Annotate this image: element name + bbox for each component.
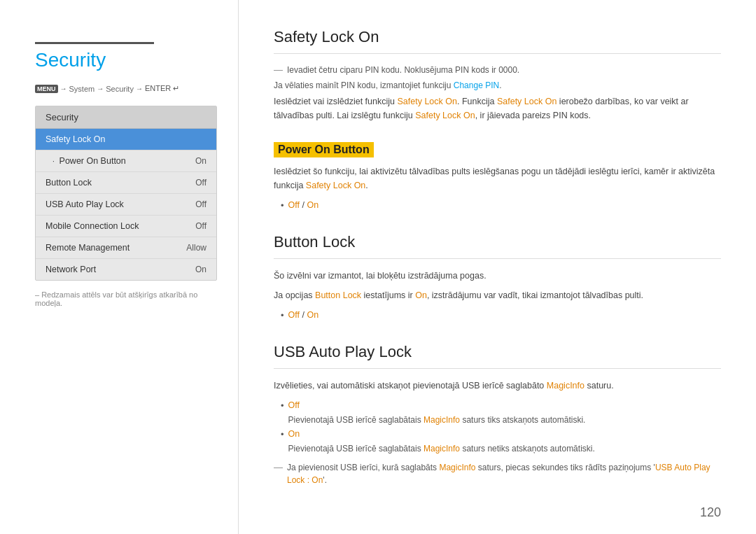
extra-note-dash: — xyxy=(274,462,283,472)
bullet-inner-0: Off / On xyxy=(288,308,319,322)
body-para-0-0: Ieslēdziet vai izslēdziet funkciju Safet… xyxy=(274,94,721,122)
bullet-item-0: OffPievienotajā USB ierīcē saglabātais M… xyxy=(281,398,721,427)
bullet-inner-0: OffPievienotajā USB ierīcē saglabātais M… xyxy=(288,398,586,427)
breadcrumb-arrow-3: → xyxy=(136,85,143,92)
bullet-list-usb-auto-play-lock: OffPievienotajā USB ierīcē saglabātais M… xyxy=(281,398,721,456)
nav-item-5[interactable]: Remote ManagementAllow xyxy=(36,237,216,259)
note-dash-0: — xyxy=(274,64,283,75)
breadcrumb: MENU → System → Security → ENTER ↵ xyxy=(35,84,217,93)
bullet-item-1: OnPievienotajā USB ierīcē saglabātais Ma… xyxy=(281,427,721,456)
bullet-item-0: Off / On xyxy=(281,308,721,323)
sub-dot: · xyxy=(52,157,57,165)
nav-item-2[interactable]: Button LockOff xyxy=(36,172,216,194)
nav-items-container: Safety Lock On· Power On ButtonOnButton … xyxy=(36,129,216,280)
nav-item-label-6: Network Port xyxy=(46,265,96,274)
nav-item-label-4: Mobile Connection Lock xyxy=(46,221,139,231)
bullet-sub-text-0: Pievienotajā USB ierīcē saglabātais Magi… xyxy=(288,414,586,427)
section-safety-lock-on: Safety Lock On—Ievadiet četru ciparu PIN… xyxy=(274,28,721,122)
breadcrumb-enter: ENTER ↵ xyxy=(145,84,179,93)
section-title-safety-lock-on: Safety Lock On xyxy=(274,28,721,46)
breadcrumb-security: Security xyxy=(106,85,134,93)
section-title-usb-auto-play-lock: USB Auto Play Lock xyxy=(274,343,721,361)
left-panel: Security MENU → System → Security → ENTE… xyxy=(0,0,238,534)
note-1: Ja vēlaties mainīt PIN kodu, izmantojiet… xyxy=(274,79,721,92)
nav-item-value-3: Off xyxy=(195,199,206,209)
section-title-power-on-button: Power On Button xyxy=(274,142,374,157)
divider-button-lock xyxy=(274,258,721,259)
section-button-lock: Button LockŠo izvēlni var izmantot, lai … xyxy=(274,233,721,323)
body-para-1-0: Ieslēdziet šo funkciju, lai aktivizētu t… xyxy=(274,164,721,192)
page-container: Security MENU → System → Security → ENTE… xyxy=(0,0,756,534)
nav-item-3[interactable]: USB Auto Play LockOff xyxy=(36,194,216,216)
divider-safety-lock-on xyxy=(274,53,721,54)
bullet-inner-1: OnPievienotajā USB ierīcē saglabātais Ma… xyxy=(288,427,595,456)
bullet-list-power-on-button: Off / On xyxy=(281,198,721,213)
nav-item-value-2: Off xyxy=(195,178,206,188)
nav-item-value-4: Off xyxy=(195,221,206,231)
nav-item-1[interactable]: · Power On ButtonOn xyxy=(36,150,216,172)
top-decorative-line xyxy=(35,42,154,44)
menu-icon: MENU xyxy=(35,85,58,93)
breadcrumb-arrow-2: → xyxy=(97,85,104,92)
body-para-2-1: Ja opcijas Button Lock iestatījums ir On… xyxy=(274,288,721,302)
nav-item-value-1: On xyxy=(195,156,206,166)
nav-item-label-1: · Power On Button xyxy=(52,156,126,166)
bullet-item-0: Off / On xyxy=(281,198,721,213)
divider-usb-auto-play-lock xyxy=(274,368,721,369)
section-usb-auto-play-lock: USB Auto Play LockIzvēlieties, vai autom… xyxy=(274,343,721,486)
note-text-0: Ievadiet četru ciparu PIN kodu. Noklusēj… xyxy=(287,64,519,76)
nav-item-label-3: USB Auto Play Lock xyxy=(46,199,124,209)
right-panel: Safety Lock On—Ievadiet četru ciparu PIN… xyxy=(238,0,756,534)
nav-box: Security Safety Lock On· Power On Button… xyxy=(35,106,217,281)
page-number: 120 xyxy=(700,505,721,520)
extra-note-usb-auto-play-lock: —Ja pievienosit USB ierīci, kurā saglabā… xyxy=(274,461,721,486)
breadcrumb-system: System xyxy=(69,85,95,93)
nav-item-label-0: Safety Lock On xyxy=(46,134,105,144)
breadcrumb-arrow-1: → xyxy=(60,85,67,92)
nav-item-label-5: Remote Management xyxy=(46,243,130,253)
body-para-3-0: Izvēlieties, vai automātiski atskaņot pi… xyxy=(274,379,721,393)
section-title-button-lock: Button Lock xyxy=(274,233,721,251)
note-0: —Ievadiet četru ciparu PIN kodu. Noklusē… xyxy=(274,64,721,76)
nav-item-0[interactable]: Safety Lock On xyxy=(36,129,216,150)
bullet-inner-0: Off / On xyxy=(288,198,319,212)
nav-box-title: Security xyxy=(36,106,216,129)
sections-container: Safety Lock On—Ievadiet četru ciparu PIN… xyxy=(274,28,721,486)
note-text-1: Ja vēlaties mainīt PIN kodu, izmantojiet… xyxy=(274,79,502,92)
bullet-sub-text-1: Pievienotajā USB ierīcē saglabātais Magi… xyxy=(288,442,595,456)
section-power-on-button: Power On ButtonIeslēdziet šo funkciju, l… xyxy=(274,142,721,213)
body-para-2-0: Šo izvēlni var izmantot, lai bloķētu izs… xyxy=(274,269,721,283)
nav-item-value-5: Allow xyxy=(186,243,206,253)
nav-item-label-2: Button Lock xyxy=(46,178,92,188)
nav-item-6[interactable]: Network PortOn xyxy=(36,259,216,280)
page-title: Security xyxy=(35,49,217,71)
extra-note-text: Ja pievienosit USB ierīci, kurā saglabāt… xyxy=(287,461,721,486)
nav-item-4[interactable]: Mobile Connection LockOff xyxy=(36,216,216,237)
footnote: – Redzamais attēls var būt atšķirīgs atk… xyxy=(35,290,217,307)
bullet-list-button-lock: Off / On xyxy=(281,308,721,323)
nav-item-value-6: On xyxy=(195,265,206,274)
